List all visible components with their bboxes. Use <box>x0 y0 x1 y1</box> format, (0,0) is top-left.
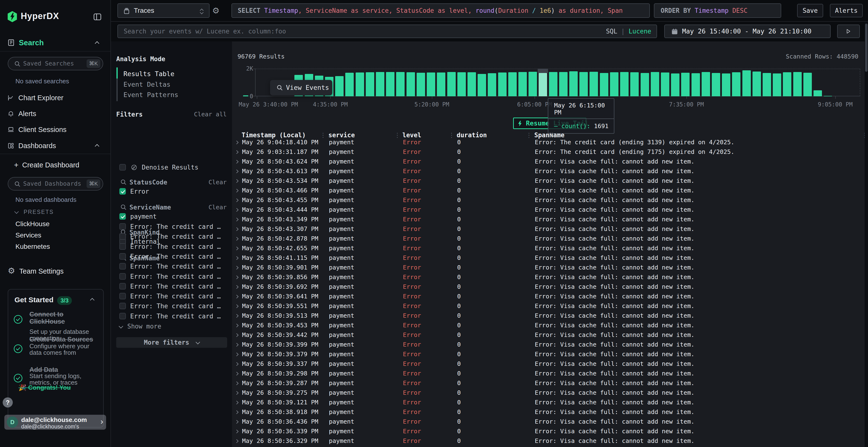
user-account-chip[interactable]: D dale@clickhouse.com dale@clickhouse.co… <box>4 415 106 429</box>
table-row[interactable]: May 26 8:50:39.453 PMpaymentError0Error:… <box>232 320 868 330</box>
row-expand-icon[interactable] <box>235 343 239 347</box>
table-row[interactable]: May 26 8:50:39.692 PMpaymentError0Error:… <box>232 282 868 291</box>
source-select[interactable]: Traces <box>117 3 210 18</box>
table-row[interactable]: May 26 8:50:39.856 PMpaymentError0Error:… <box>232 272 868 282</box>
row-expand-icon[interactable] <box>235 237 239 241</box>
table-row[interactable]: May 26 8:50:41.115 PMpaymentError0Error:… <box>232 253 868 263</box>
mode-event-deltas[interactable]: Event Deltas <box>123 81 170 88</box>
filter-item-spanname[interactable]: Error: The credit card … <box>111 283 232 290</box>
filter-item-error[interactable]: Error <box>111 188 232 195</box>
filter-item-payment[interactable]: payment <box>111 213 232 220</box>
table-row[interactable]: May 26 8:50:38.918 PMpaymentError0Error:… <box>232 407 868 417</box>
sidebar-item-team-settings[interactable]: ⚙ Team Settings <box>0 266 111 276</box>
row-expand-icon[interactable] <box>235 189 239 193</box>
table-row[interactable]: May 26 8:50:43.466 PMpaymentError0Error:… <box>232 186 868 195</box>
show-more-link[interactable]: Show more <box>111 323 232 330</box>
language-toggle[interactable]: SQL | Lucene <box>606 25 651 38</box>
events-histogram[interactable]: May 26 3:40:00 PM4:35:00 PM5:20:00 PM6:0… <box>255 65 858 96</box>
table-row[interactable]: May 26 8:50:39.901 PMpaymentError0Error:… <box>232 263 868 272</box>
row-expand-icon[interactable] <box>235 295 239 299</box>
table-row[interactable]: May 26 8:50:43.534 PMpaymentError0Error:… <box>232 176 868 186</box>
row-expand-icon[interactable] <box>235 314 239 318</box>
row-expand-icon[interactable] <box>235 429 239 434</box>
sql-query-input[interactable]: SELECT Timestamp, ServiceName as service… <box>231 3 650 18</box>
row-expand-icon[interactable] <box>235 285 239 289</box>
table-row[interactable]: May 26 8:50:39.337 PMpaymentError0Error:… <box>232 359 868 369</box>
filter-item-spanname[interactable]: Error: The credit card … <box>111 243 232 250</box>
checkbox-icon[interactable] <box>119 293 126 299</box>
sidebar-item-alerts[interactable]: Alerts <box>0 109 111 118</box>
row-expand-icon[interactable] <box>235 391 239 395</box>
row-expand-icon[interactable] <box>235 372 239 376</box>
table-row[interactable]: May 26 8:50:36.436 PMpaymentError0Error:… <box>232 417 868 426</box>
clear-all-link[interactable]: Clear all <box>194 111 227 118</box>
row-expand-icon[interactable] <box>235 353 239 356</box>
mode-event-patterns[interactable]: Event Patterns <box>123 91 179 99</box>
checkbox-checked-icon[interactable] <box>119 213 126 220</box>
preset-item-services[interactable]: Services <box>16 232 41 239</box>
checkbox-icon[interactable] <box>119 313 126 319</box>
row-expand-icon[interactable] <box>235 304 239 308</box>
checkbox-checked-icon[interactable] <box>119 188 126 195</box>
row-expand-icon[interactable] <box>235 170 239 173</box>
row-expand-icon[interactable] <box>235 324 239 328</box>
help-button[interactable]: ? <box>3 398 13 408</box>
preset-item-kubernetes[interactable]: Kubernetes <box>16 243 50 250</box>
filter-item-spanname[interactable]: Error: The credit card … <box>111 223 232 230</box>
saved-searches-input[interactable]: Saved Searches ⌘K <box>8 57 103 70</box>
filter-item-spanname[interactable]: Error: The credit card … <box>111 313 232 320</box>
table-row[interactable]: May 26 8:50:43.455 PMpaymentError0Error:… <box>232 195 868 205</box>
row-expand-icon[interactable] <box>235 199 239 202</box>
filter-item-spanname[interactable]: Error: The credit card … <box>111 233 232 240</box>
filter-item-spanname[interactable]: Error: The credit card … <box>111 303 232 310</box>
saved-dashboards-input[interactable]: Saved Dashboards ⌘K <box>8 177 103 191</box>
row-expand-icon[interactable] <box>235 256 239 260</box>
row-expand-icon[interactable] <box>235 439 239 443</box>
lucene-mode-toggle[interactable]: Lucene <box>628 28 651 35</box>
row-expand-icon[interactable] <box>235 160 239 164</box>
save-button[interactable]: Save <box>797 4 823 18</box>
chevron-up-icon[interactable] <box>90 298 94 302</box>
table-row[interactable]: May 26 9:03:31.187 PMpaymentError0Error:… <box>232 147 868 157</box>
time-range-picker[interactable]: May 26 15:40:00 - May 26 21:10:00 <box>664 25 831 38</box>
table-row[interactable]: May 26 8:50:39.121 PMpaymentError0Error:… <box>232 398 868 407</box>
row-expand-icon[interactable] <box>235 266 239 270</box>
row-expand-icon[interactable] <box>235 362 239 366</box>
checkbox-icon[interactable] <box>119 253 126 260</box>
filter-item-spanname[interactable]: Error: The credit card … <box>111 273 232 280</box>
sidebar-item-chart-explorer[interactable]: Chart Explorer <box>0 93 111 103</box>
sidebar-item-dashboards[interactable]: Dashboards <box>0 141 111 150</box>
order-by-input[interactable]: ORDER BY Timestamp DESC <box>654 3 781 18</box>
page-scrollbar[interactable] <box>865 22 868 447</box>
row-expand-icon[interactable] <box>235 150 239 154</box>
checkbox-icon[interactable] <box>119 303 126 309</box>
table-row[interactable]: May 26 8:50:42.655 PMpaymentError0Error:… <box>232 243 868 253</box>
table-row[interactable]: May 26 8:50:43.349 PMpaymentError0Error:… <box>232 215 868 224</box>
row-expand-icon[interactable] <box>235 141 239 144</box>
checkbox-icon[interactable] <box>119 164 126 171</box>
table-row[interactable]: May 26 8:50:39.399 PMpaymentError0Error:… <box>232 340 868 349</box>
sidebar-item-client-sessions[interactable]: Client Sessions <box>0 125 111 134</box>
filter-item-spanname[interactable]: Error: The credit card … <box>111 253 232 260</box>
table-row[interactable]: May 26 8:50:39.513 PMpaymentError0Error:… <box>232 311 868 320</box>
alerts-button[interactable]: Alerts <box>830 4 863 18</box>
more-filters-button[interactable]: More filters <box>116 337 227 348</box>
table-row[interactable]: May 26 8:50:43.624 PMpaymentError0Error:… <box>232 157 868 166</box>
checkbox-icon[interactable] <box>119 243 126 250</box>
table-row[interactable]: May 26 8:50:39.379 PMpaymentError0Error:… <box>232 349 868 359</box>
table-row[interactable]: May 26 8:50:39.275 PMpaymentError0Error:… <box>232 388 868 398</box>
checkbox-icon[interactable] <box>119 263 126 270</box>
row-expand-icon[interactable] <box>235 420 239 424</box>
table-row[interactable]: May 26 8:50:39.641 PMpaymentError0Error:… <box>232 291 868 301</box>
filter-item-spanname[interactable]: Error: The credit card … <box>111 293 232 300</box>
row-expand-icon[interactable] <box>235 218 239 221</box>
checkbox-icon[interactable] <box>119 223 126 230</box>
table-row[interactable]: May 26 8:50:43.444 PMpaymentError0Error:… <box>232 205 868 215</box>
checkbox-icon[interactable] <box>119 283 126 289</box>
table-row[interactable]: May 26 8:50:43.613 PMpaymentError0Error:… <box>232 166 868 176</box>
lucene-search-input[interactable]: Search your events w/ Lucene ex. column:… <box>117 25 657 38</box>
denoise-results-row[interactable]: Denoise Results <box>111 164 232 171</box>
presets-toggle[interactable]: PRESETS <box>0 208 111 216</box>
create-dashboard-button[interactable]: + Create Dashboard <box>0 161 111 170</box>
sidebar-item-search[interactable]: Search <box>0 38 111 48</box>
